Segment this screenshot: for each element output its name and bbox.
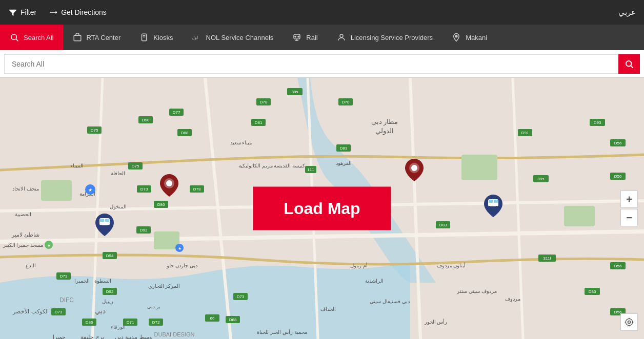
svg-point-12	[340, 34, 343, 37]
svg-text:مردوف: مردوف	[505, 296, 520, 302]
svg-text:D56: D56	[614, 264, 622, 268]
map-marker-bus-1[interactable]	[95, 214, 114, 238]
svg-rect-153	[489, 200, 493, 203]
svg-text:D94: D94	[106, 253, 114, 258]
svg-rect-2	[74, 35, 81, 41]
svg-point-13	[455, 35, 457, 37]
svg-text:DIFC: DIFC	[59, 296, 74, 304]
svg-text:D78: D78	[260, 100, 268, 104]
svg-point-151	[107, 225, 109, 227]
svg-text:D81: D81	[255, 120, 263, 125]
svg-point-156	[496, 206, 498, 208]
svg-text:متحف الاتحاد: متحف الاتحاد	[12, 186, 39, 192]
svg-rect-26	[461, 155, 497, 180]
search-all-icon	[9, 32, 19, 43]
tab-makani[interactable]: Makani	[442, 25, 496, 50]
load-map-button[interactable]: Load Map	[253, 187, 391, 230]
svg-text:أم رمول: أم رمول	[350, 262, 368, 269]
svg-rect-154	[494, 200, 498, 203]
zoom-out-button[interactable]: −	[620, 209, 638, 226]
svg-text:الجميرا: الجميرا	[74, 278, 90, 284]
svg-point-144	[166, 180, 172, 186]
svg-text:D68: D68	[229, 317, 237, 322]
svg-point-155	[489, 206, 491, 208]
svg-text:D72: D72	[152, 320, 160, 325]
svg-rect-27	[564, 206, 595, 226]
svg-text:برج خليفة: برج خليفة	[80, 334, 104, 339]
svg-text:D73: D73	[55, 310, 63, 314]
svg-rect-24	[41, 180, 72, 201]
load-map-label: Load Map	[284, 199, 360, 218]
svg-point-10	[295, 36, 296, 37]
svg-text:ريبيل: ريبيل	[102, 299, 113, 305]
svg-text:اول: اول	[192, 35, 198, 40]
svg-text:الورقاء: الورقاء	[111, 324, 126, 330]
tab-kiosks-label: Kiosks	[153, 34, 173, 41]
zoom-in-button[interactable]: +	[620, 190, 638, 208]
search-button[interactable]	[618, 54, 640, 74]
svg-text:الحافلة: الحافلة	[111, 171, 125, 176]
tab-nol-label: NOL Service Channels	[206, 34, 274, 41]
svg-text:D91: D91	[521, 131, 529, 135]
svg-point-158	[626, 319, 632, 325]
svg-text:شاطئ لامير: شاطئ لامير	[11, 231, 39, 238]
map-marker-red-2[interactable]	[405, 159, 424, 183]
tab-rta-center[interactable]: RTA Center	[63, 25, 130, 50]
svg-point-150	[100, 225, 102, 227]
tab-rail[interactable]: Rail	[283, 25, 327, 50]
svg-text:D93: D93	[594, 120, 601, 125]
svg-text:الكوكب الأخضر: الكوكب الأخضر	[12, 308, 48, 315]
filter-button[interactable]: Filter	[8, 8, 36, 17]
arabic-toggle[interactable]: عربي	[618, 8, 636, 17]
svg-text:محمية رأس الخبر للحياة: محمية رأس الخبر للحياة	[257, 329, 307, 335]
svg-text:الجداف: الجداف	[320, 306, 336, 312]
svg-text:D56: D56	[614, 174, 622, 179]
svg-text:دبي فستيفال سيتي: دبي فستيفال سيتي	[370, 299, 410, 304]
tab-rail-label: Rail	[306, 34, 317, 41]
svg-text:D88: D88	[181, 131, 189, 135]
svg-rect-148	[100, 219, 104, 222]
svg-point-0	[11, 34, 17, 40]
svg-line-15	[631, 66, 633, 68]
map-marker-red-1[interactable]	[160, 174, 178, 199]
tab-kiosks[interactable]: Kiosks	[130, 25, 182, 50]
svg-text:D73: D73	[60, 274, 68, 279]
toolbar: Filter Get Directions عربي	[0, 0, 644, 25]
svg-text:D83: D83	[439, 223, 447, 227]
svg-text:D73: D73	[237, 294, 245, 299]
svg-text:دبي جاردن حلو: دبي جاردن حلو	[166, 263, 197, 269]
svg-point-14	[626, 61, 632, 67]
svg-text:جميرا: جميرا	[53, 334, 66, 339]
nol-icon: اول	[192, 32, 202, 43]
tab-nol[interactable]: اول NOL Service Channels	[183, 25, 283, 50]
svg-text:★: ★	[88, 187, 92, 193]
map-marker-bus-2[interactable]	[484, 195, 502, 219]
tab-makani-label: Makani	[466, 34, 487, 41]
search-submit-icon	[625, 59, 634, 69]
tab-search-all[interactable]: Search All	[0, 25, 63, 50]
filter-icon	[8, 8, 17, 17]
svg-text:بر دبي: بر دبي	[147, 304, 160, 310]
svg-text:111: 111	[307, 167, 314, 172]
svg-text:89s: 89s	[538, 177, 545, 181]
search-input[interactable]	[4, 54, 618, 74]
svg-text:★: ★	[178, 246, 182, 251]
directions-label: Get Directions	[61, 8, 107, 16]
svg-text:مردوف سيتي سنتر: مردوف سيتي سنتر	[456, 288, 497, 294]
svg-text:وسط مدينة دبي: وسط مدينة دبي	[115, 334, 151, 339]
map-zoom-controls: + −	[620, 190, 638, 226]
tab-licensing[interactable]: Licensing Service Providers	[327, 25, 442, 50]
svg-text:D92: D92	[106, 289, 114, 294]
locate-me-button[interactable]	[620, 313, 638, 331]
svg-text:D86: D86	[157, 202, 165, 207]
svg-text:الحضبية: الحضبية	[15, 211, 31, 217]
svg-text:D83: D83	[340, 146, 348, 151]
svg-text:الدولي: الدولي	[375, 127, 394, 135]
svg-point-157	[628, 321, 631, 324]
svg-text:الميناء: الميناء	[70, 163, 84, 168]
svg-rect-149	[105, 219, 109, 222]
svg-text:رأس الخور: رأس الخور	[424, 319, 448, 325]
svg-text:311l: 311l	[543, 256, 551, 261]
svg-text:D71: D71	[127, 320, 134, 325]
directions-button[interactable]: Get Directions	[49, 8, 107, 17]
